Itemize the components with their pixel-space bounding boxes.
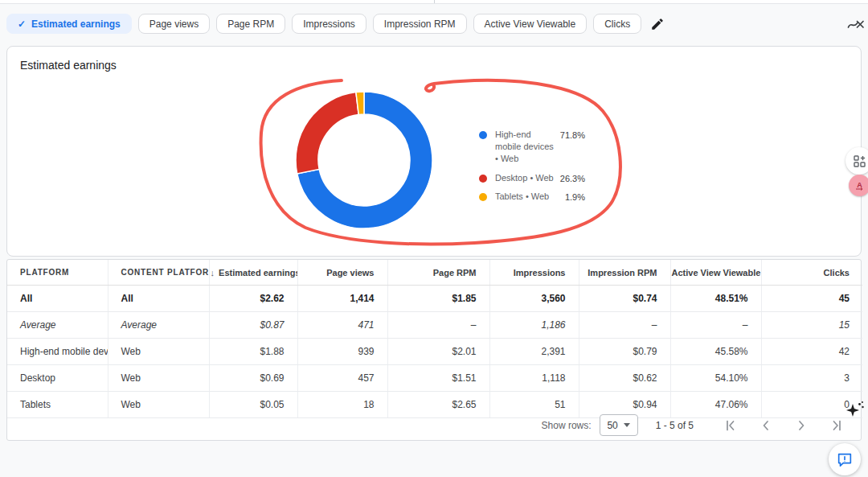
- table-cell: –: [670, 312, 761, 339]
- previous-page-button[interactable]: [756, 416, 776, 435]
- table-cell: High-end mobile devices: [7, 339, 108, 365]
- show-rows-value: 50: [607, 420, 617, 431]
- table-cell: 15: [761, 312, 862, 339]
- svg-text:A: A: [857, 181, 862, 189]
- table-cell: $0.79: [579, 339, 670, 365]
- metrics-toolbar: ✓Estimated earningsPage viewsPage RPMImp…: [6, 14, 667, 34]
- legend-item: Tablets • Web1.9%: [479, 191, 585, 203]
- table-cell: $2.62: [209, 286, 297, 312]
- first-page-icon: [723, 417, 739, 434]
- table-cell: 3: [761, 365, 862, 392]
- table-cell: 3,560: [489, 286, 579, 312]
- table-cell: All: [108, 286, 209, 312]
- metric-chip-impression-rpm[interactable]: Impression RPM: [373, 14, 467, 34]
- donut-chart[interactable]: [293, 89, 435, 231]
- table-cell: $1.88: [209, 339, 297, 365]
- legend-item: Desktop • Web26.3%: [479, 172, 585, 184]
- extension-shortcut-button[interactable]: [845, 147, 868, 175]
- feedback-button[interactable]: [829, 443, 861, 475]
- last-page-icon: [829, 417, 845, 434]
- report-table: PLATFORMCONTENT PLATFORM↓ Estimated earn…: [7, 260, 862, 418]
- legend-item: High-end mobile devices • Web71.8%: [479, 129, 585, 165]
- table-cell: 1,414: [297, 286, 387, 312]
- adsense-report-page: { "colors": { "accent_blue": "#1a73e8", …: [0, 0, 868, 477]
- first-page-button[interactable]: [721, 416, 740, 435]
- table-cell: All: [7, 286, 108, 312]
- column-header-impressions[interactable]: Impressions: [489, 260, 579, 286]
- table-cell: –: [387, 312, 489, 339]
- next-page-button[interactable]: [792, 416, 811, 435]
- chip-label: Clicks: [604, 19, 630, 30]
- chart-title: Estimated earnings: [20, 59, 117, 72]
- chip-label: Active View Viewable: [485, 19, 576, 30]
- edit-metrics-button[interactable]: [648, 14, 667, 34]
- table-cell: $2.01: [387, 339, 489, 365]
- check-icon: ✓: [18, 19, 26, 29]
- table-cell: 1,118: [489, 365, 579, 392]
- column-header-page-views[interactable]: Page views: [297, 260, 387, 286]
- chevron-right-icon: [793, 417, 809, 434]
- legend-label: Desktop • Web: [495, 172, 556, 184]
- metric-chips: ✓Estimated earningsPage viewsPage RPMImp…: [6, 14, 641, 34]
- table-row: DesktopWeb$0.69457$1.511,118$0.6254.10%3: [7, 365, 862, 392]
- legend-label: High-end mobile devices • Web: [495, 129, 556, 165]
- legend-swatch: [479, 175, 487, 183]
- toggle-chart-visibility-button[interactable]: [845, 15, 867, 35]
- table-cell: $0.69: [209, 365, 297, 392]
- show-rows-select[interactable]: 50: [600, 414, 638, 436]
- table-row: AllAll$2.621,414$1.853,560$0.7448.51%45: [7, 286, 862, 312]
- translate-extension-button[interactable]: A: [849, 175, 868, 196]
- last-page-button[interactable]: [827, 416, 846, 435]
- metric-chip-clicks[interactable]: Clicks: [593, 14, 641, 34]
- metric-chip-active-view-viewable[interactable]: Active View Viewable: [473, 14, 588, 34]
- column-header-page-rpm[interactable]: Page RPM: [387, 260, 489, 286]
- table-cell: Average: [108, 312, 209, 339]
- table-cell: $0.74: [579, 286, 670, 312]
- chip-label: Impressions: [303, 19, 355, 30]
- grid-plus-icon: [854, 155, 866, 167]
- table-cell: 1,186: [489, 312, 579, 339]
- table-row: High-end mobile devicesWeb$1.88939$2.012…: [7, 339, 862, 365]
- chart-legend: High-end mobile devices • Web71.8%Deskto…: [479, 129, 585, 203]
- column-header-impression-rpm[interactable]: Impression RPM: [579, 260, 670, 286]
- metric-chip-impressions[interactable]: Impressions: [292, 14, 366, 34]
- top-toolbar-edge: [0, 0, 868, 4]
- legend-swatch: [479, 131, 487, 139]
- column-header-platform[interactable]: PLATFORM: [7, 260, 108, 286]
- table-cell: $1.51: [387, 365, 489, 392]
- table-cell: Average: [7, 312, 108, 339]
- table-cell: 45.58%: [670, 339, 761, 365]
- feedback-icon: [836, 450, 854, 468]
- table-cell: 471: [297, 312, 387, 339]
- table-cell: 45: [761, 286, 862, 312]
- table-cell: 457: [297, 365, 387, 392]
- table-row: AverageAverage$0.87471–1,186––15: [7, 312, 862, 339]
- table-cell: –: [579, 312, 670, 339]
- table-cell: Desktop: [7, 365, 108, 392]
- chart-card: Estimated earnings High-end mobile devic…: [6, 46, 862, 257]
- chevron-left-icon: [758, 417, 774, 434]
- sort-desc-icon: ↓: [211, 268, 218, 278]
- table-cell: 54.10%: [670, 365, 761, 392]
- chip-label: Page views: [149, 19, 199, 30]
- legend-swatch: [479, 193, 487, 201]
- table-cell: 2,391: [489, 339, 579, 365]
- table-cell: 48.51%: [670, 286, 761, 312]
- metric-chip-page-rpm[interactable]: Page RPM: [216, 14, 285, 34]
- column-header-active-view-viewable[interactable]: Active View Viewable: [670, 260, 761, 286]
- table-header-row: PLATFORMCONTENT PLATFORM↓ Estimated earn…: [7, 260, 862, 286]
- donut-slice-desktop-web[interactable]: [296, 93, 358, 174]
- table-cell: Web: [108, 365, 209, 392]
- metric-chip-estimated-earnings[interactable]: ✓Estimated earnings: [6, 14, 132, 34]
- chip-label: Page RPM: [227, 19, 274, 30]
- translate-icon: A: [854, 179, 866, 191]
- pagination-range: 1 - 5 of 5: [656, 420, 694, 431]
- chip-label: Estimated earnings: [31, 19, 121, 30]
- toolbar-divider: [434, 0, 435, 3]
- table-cell: $0.62: [579, 365, 670, 392]
- column-header-content-platform[interactable]: CONTENT PLATFORM: [108, 260, 209, 286]
- column-header-estimated-earnings[interactable]: ↓ Estimated earnings: [209, 260, 297, 286]
- metric-chip-page-views[interactable]: Page views: [138, 14, 210, 34]
- table-cell: 42: [761, 339, 862, 365]
- column-header-clicks[interactable]: Clicks: [761, 260, 862, 286]
